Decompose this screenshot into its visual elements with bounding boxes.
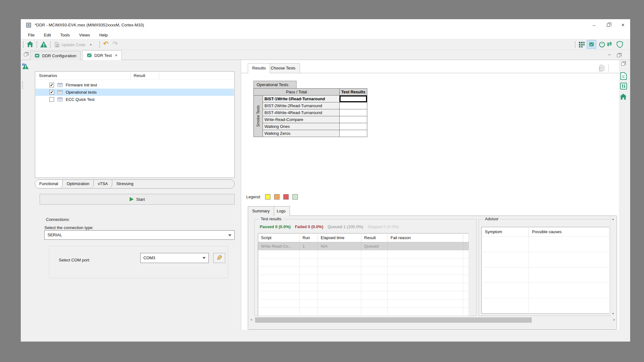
power-icon[interactable] — [599, 41, 605, 48]
tab-optimization[interactable]: Optimization — [63, 180, 94, 188]
scroll-right-icon[interactable]: > — [611, 318, 617, 321]
peripherals-view-icon[interactable] — [620, 83, 627, 90]
undo-icon[interactable]: ↶ — [103, 40, 108, 47]
warning-triangle-icon[interactable] — [40, 41, 47, 48]
restore-pane-icon[interactable] — [24, 52, 27, 57]
empty-row — [258, 275, 469, 283]
tab-functional[interactable]: Functional — [35, 180, 63, 188]
test-result-cell[interactable] — [340, 123, 367, 130]
scroll-up-icon[interactable]: ▲ — [611, 218, 615, 221]
checkbox-checked[interactable]: ✓ — [49, 83, 54, 87]
home-icon[interactable] — [26, 41, 34, 47]
problems-warning-icon[interactable] — [22, 63, 29, 69]
horizontal-scrollbar[interactable]: < > — [249, 317, 617, 323]
vertical-scrollbar[interactable]: ▲ ▼ — [610, 217, 615, 316]
restore-view-icon[interactable] — [621, 62, 625, 67]
shield-icon[interactable] — [616, 41, 623, 48]
scroll-left-icon[interactable]: < — [249, 318, 254, 321]
column-divider[interactable] — [159, 72, 159, 79]
tab-summary[interactable]: Summary — [248, 206, 274, 216]
col-run[interactable]: Run — [300, 233, 318, 242]
tab-stressing[interactable]: Stressing — [112, 180, 137, 188]
view-minimize-icon[interactable]: – — [608, 52, 611, 57]
table-header-row: Script Run Elapsed time Result Fail reas… — [258, 233, 469, 242]
chevron-down-icon — [228, 234, 231, 236]
pins-grid-icon[interactable] — [579, 41, 585, 48]
update-code-caret-icon[interactable]: ▾ — [90, 43, 92, 47]
menu-help[interactable]: Help — [95, 31, 112, 39]
window-minimize-icon[interactable]: – — [587, 19, 601, 31]
col-symptom[interactable]: Symptom — [482, 227, 529, 237]
toolbar-handle[interactable] — [50, 41, 51, 48]
start-button[interactable]: Start — [40, 194, 235, 205]
tab-logs[interactable]: Logs — [272, 206, 290, 216]
test-name-cell[interactable]: BIST-1Write-1Read-Turnaround — [263, 96, 340, 102]
checkbox-unchecked[interactable] — [49, 97, 54, 102]
redo-icon[interactable]: ↷ — [113, 40, 118, 47]
play-icon — [129, 197, 134, 201]
connection-type-select[interactable]: SERIAL — [44, 230, 235, 240]
operational-tests-group-tab[interactable]: Operational Tests — [253, 81, 297, 88]
chip-icon — [86, 53, 92, 58]
col-elapsed-time[interactable]: Elapsed time — [318, 233, 361, 242]
col-script[interactable]: Script — [258, 233, 300, 242]
test-result-cell-selected[interactable] — [340, 96, 367, 102]
update-code-button[interactable]: Update Code ▾ — [53, 41, 97, 49]
view-maximize-icon[interactable] — [617, 53, 620, 58]
column-divider[interactable] — [130, 72, 131, 79]
mode-tabs: Functional Optimization vTSA Stressing — [35, 179, 235, 189]
test-name-cell[interactable]: Write-Read-Compare — [263, 116, 340, 123]
checkbox-checked[interactable]: ✓ — [49, 90, 54, 95]
advisor-table: Symptom Possible causes — [481, 227, 609, 314]
toolbar-handle[interactable] — [36, 41, 37, 48]
scrollbar-thumb[interactable] — [255, 317, 532, 323]
toolbar-handle[interactable] — [23, 41, 24, 48]
test-result-cell[interactable] — [340, 130, 367, 137]
app-icon — [26, 22, 31, 28]
test-result-cell[interactable] — [340, 116, 367, 123]
home-view-icon[interactable] — [619, 93, 627, 100]
tab-vtsa[interactable]: vTSA — [94, 180, 112, 188]
menu-tools[interactable]: Tools — [56, 31, 74, 39]
menu-views[interactable]: Views — [75, 31, 94, 39]
c-source-view-icon[interactable]: C — [620, 72, 627, 80]
table-row: Smoke Tests BIST-1Write-1Read-Turnaround — [254, 96, 367, 102]
tab-ddr-test[interactable]: DDR Test × — [82, 50, 122, 60]
test-name-cell[interactable]: Walking Ones — [263, 123, 340, 130]
tab-choose-tests[interactable]: Choose Tests — [266, 63, 300, 73]
refresh-com-ports-button[interactable] — [213, 253, 225, 263]
test-name-cell[interactable]: Walking Zeros — [263, 130, 340, 137]
col-fail-reason[interactable]: Fail reason — [388, 233, 463, 242]
scenario-row-ecc-quick-test[interactable]: ECC Quick Test — [36, 96, 234, 103]
scroll-down-icon[interactable]: ▼ — [611, 312, 615, 315]
report-document-icon[interactable] — [599, 65, 605, 72]
test-name-cell[interactable]: BIST-4Write-4Read-Turnaround — [263, 109, 340, 116]
ddr-tool-chip-icon[interactable] — [587, 40, 596, 49]
scenario-row-operational-tests[interactable]: ✓ Operational tests — [36, 89, 234, 96]
scenarios-panel: Scenarios Result ✓ Firmware Init test ✓ … — [35, 71, 235, 178]
tab-ddr-configuration[interactable]: DDR Configuration — [30, 51, 80, 60]
transfer-arrows-icon[interactable]: ⇄ — [607, 40, 612, 47]
tab-results[interactable]: Results — [248, 63, 270, 73]
chip-icon — [34, 53, 40, 58]
tab-close-icon[interactable]: × — [115, 53, 117, 58]
test-result-cell[interactable] — [340, 109, 367, 116]
view-handle[interactable] — [22, 81, 23, 89]
toolbar-handle[interactable] — [99, 41, 100, 48]
menubar: File Edit Tools Views Help — [21, 31, 630, 39]
cell-result: Queued — [361, 242, 388, 250]
menu-file[interactable]: File — [24, 31, 39, 39]
test-name-cell[interactable]: BIST-2Write-2Read-Turnaround — [263, 102, 340, 109]
col-result[interactable]: Result — [361, 233, 388, 242]
window-close-icon[interactable]: × — [616, 19, 630, 31]
scenario-row-firmware-init[interactable]: ✓ Firmware Init test — [36, 81, 234, 89]
test-result-cell[interactable] — [340, 102, 367, 109]
com-port-select[interactable]: COM3 — [140, 253, 209, 263]
toolbar-handle[interactable] — [575, 41, 576, 48]
scenarios-column-header: Scenarios — [39, 73, 57, 78]
queued-script-row[interactable]: Write-Read-Co... 1 N/A Queued — [258, 242, 469, 250]
window-maximize-icon[interactable] — [601, 19, 616, 31]
menu-edit[interactable]: Edit — [40, 31, 55, 39]
test-results-header: Test Results — [340, 89, 367, 96]
col-possible-causes[interactable]: Possible causes — [529, 227, 609, 237]
